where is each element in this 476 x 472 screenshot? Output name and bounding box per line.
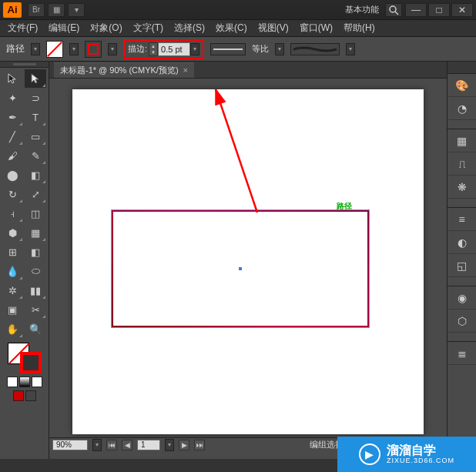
slice-tool[interactable]: ✂ [25,300,46,319]
color-mode-solid[interactable] [7,377,18,387]
maximize-button[interactable]: □ [428,3,450,17]
symbols-panel-icon[interactable]: ❋ [448,176,476,199]
eyedropper-tool[interactable]: 💧 [2,262,23,280]
width-tool[interactable]: ⫞ [2,204,23,223]
rotate-tool[interactable]: ↻ [2,185,23,203]
graphic-styles-panel-icon[interactable]: ⬡ [448,310,476,333]
color-guide-panel-icon[interactable]: ◔ [448,97,476,120]
blend-tool[interactable]: ⬭ [25,262,46,280]
workspace-switcher[interactable]: 基本功能 [345,4,379,15]
layers-panel-icon[interactable]: ≣ [448,342,476,365]
paintbrush-tool[interactable]: 🖌 [2,146,23,165]
free-transform-tool[interactable]: ◫ [25,204,46,223]
transparency-panel-icon[interactable]: ◱ [448,254,476,277]
search-icon[interactable] [385,3,402,17]
menu-edit[interactable]: 编辑(E) [44,20,84,36]
document-tab[interactable]: 未标题-1* @ 90% (CMYK/预览) × [54,62,194,78]
color-mode-gradient[interactable] [19,377,30,387]
screen-mode-full[interactable] [25,390,36,401]
tools-grip[interactable] [0,62,49,68]
stroke-weight-label[interactable]: 描边: [128,43,147,55]
stroke-indicator[interactable] [20,352,42,373]
title-dropdown[interactable]: ▾ [68,3,85,17]
svg-line-1 [395,12,398,15]
blob-brush-tool[interactable]: ⬤ [2,166,23,184]
selected-rectangle-path[interactable]: 路径 [111,209,370,328]
canvas[interactable]: 路径 [49,79,447,459]
menu-select[interactable]: 选择(S) [169,20,210,36]
svg-line-2 [216,89,257,213]
line-tool[interactable]: ╱ [2,127,23,146]
shape-builder-tool[interactable]: ⬢ [2,223,23,242]
menu-file[interactable]: 文件(F) [3,20,42,36]
profile-dropdown[interactable]: ▾ [275,43,284,55]
gradient-tool[interactable]: ◧ [25,243,46,261]
appearance-panel-icon[interactable]: ◉ [448,286,476,310]
artboard-last-icon[interactable]: ⏭ [194,440,205,450]
stroke-dropdown[interactable]: ▾ [108,43,117,55]
stroke-weight-stepper[interactable]: ▲▼ [149,42,158,56]
artboard-next-icon[interactable]: ▶ [179,440,189,450]
menu-text[interactable]: 文字(T) [129,20,168,36]
pencil-tool[interactable]: ✎ [25,146,46,165]
color-mode-none[interactable] [32,377,42,387]
menu-object[interactable]: 对象(O) [85,20,126,36]
bridge-button[interactable]: Br [28,3,45,17]
pen-tool[interactable]: ✒ [2,108,23,126]
watermark: ▶ 溜溜自学 ZIXUE.3D66.COM [337,437,476,472]
artboard-tool[interactable]: ▣ [2,300,23,319]
stroke-panel-icon[interactable]: ≡ [448,208,476,231]
menu-help[interactable]: 帮助(H) [339,20,380,36]
artboard: 路径 [72,89,424,434]
window-controls: — □ ✕ [405,3,473,17]
zoom-level-input[interactable]: 90% [52,440,88,450]
direct-selection-tool[interactable] [25,69,46,88]
zoom-dropdown[interactable]: ▾ [92,439,102,451]
brush-dropdown[interactable]: ▾ [346,43,355,55]
arrange-docs-button[interactable]: ▦ [48,3,65,17]
selection-tool[interactable] [2,69,23,88]
artboard-prev-icon[interactable]: ◀ [122,440,132,450]
fill-swatch[interactable] [46,41,63,58]
eraser-tool[interactable]: ◧ [25,166,46,184]
mesh-tool[interactable]: ⊞ [2,243,23,261]
swatches-panel-icon[interactable]: ▦ [448,129,476,152]
magic-wand-tool[interactable]: ✦ [2,89,23,107]
fill-stroke-indicator[interactable] [8,343,42,373]
minimize-button[interactable]: — [405,3,427,17]
column-graph-tool[interactable]: ▮▮ [25,281,46,300]
color-panel-icon[interactable]: 🎨 [448,74,476,97]
profile-label: 等比 [252,43,269,55]
brush-definition[interactable] [290,43,340,55]
menu-effect[interactable]: 效果(C) [211,20,252,36]
gradient-panel-icon[interactable]: ◐ [448,231,476,254]
artboard-first-icon[interactable]: ⏮ [106,440,117,450]
scale-tool[interactable]: ⤢ [25,185,46,203]
artboard-dropdown[interactable]: ▾ [165,439,174,451]
stroke-weight-dropdown[interactable]: ▾ [190,43,199,55]
document-tab-close-icon[interactable]: × [183,65,188,75]
panel-grip[interactable] [448,62,476,74]
app-logo: Ai [3,2,22,18]
stroke-swatch[interactable] [85,41,102,58]
perspective-grid-tool[interactable]: ▦ [25,223,46,242]
type-tool[interactable]: T [25,108,46,126]
selection-type-dropdown[interactable]: ▾ [31,43,40,55]
variable-width-profile[interactable] [210,43,246,55]
rectangle-tool[interactable]: ▭ [25,127,46,146]
symbol-sprayer-tool[interactable]: ✲ [2,281,23,300]
stroke-weight-input[interactable]: 0.5 pt [158,42,190,56]
close-button[interactable]: ✕ [451,3,473,17]
screen-mode-normal[interactable] [13,390,24,401]
artboard-number-input[interactable]: 1 [137,440,160,450]
menu-window[interactable]: 窗口(W) [295,20,337,36]
watermark-title: 溜溜自学 [387,444,454,457]
zoom-tool[interactable]: 🔍 [25,320,46,338]
menu-view[interactable]: 视图(V) [253,20,293,36]
control-bar: 路径 ▾ ▾ ▾ 描边: ▲▼ 0.5 pt ▾ 等比 ▾ ▾ [0,37,476,62]
lasso-tool[interactable]: ⊃ [25,89,46,107]
brushes-panel-icon[interactable]: ⎍ [448,152,476,176]
fill-dropdown[interactable]: ▾ [69,43,79,55]
document-area: 未标题-1* @ 90% (CMYK/预览) × 路径 [49,62,447,459]
hand-tool[interactable]: ✋ [2,320,23,338]
